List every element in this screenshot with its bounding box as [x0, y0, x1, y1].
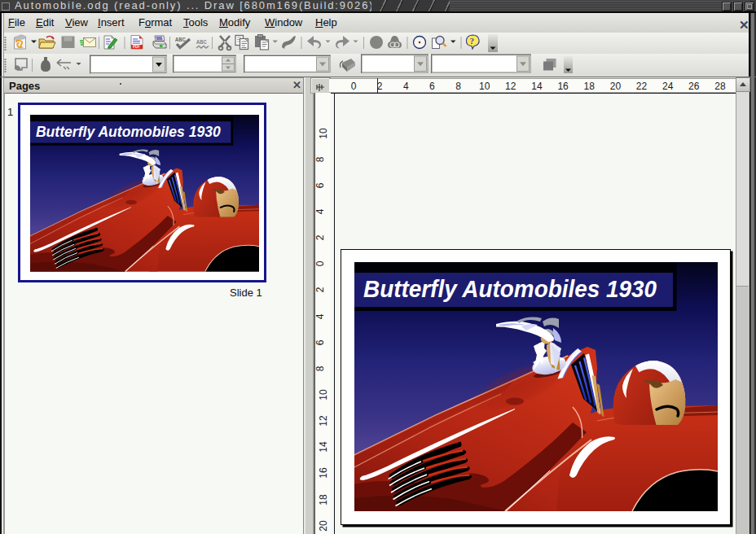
- svg-text:ABC: ABC: [175, 37, 186, 43]
- svg-text:ABC: ABC: [196, 39, 207, 46]
- svg-text:PDF: PDF: [133, 45, 140, 49]
- svg-text:?: ?: [470, 36, 475, 46]
